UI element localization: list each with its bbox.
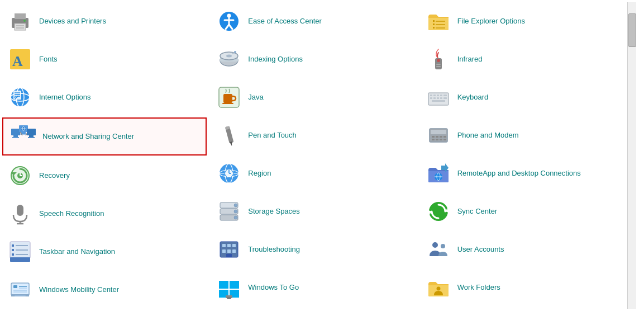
item-label-workfolders: Work Folders [457, 283, 500, 293]
item-label-network: Network and Sharing Center [42, 132, 134, 142]
svg-rect-119 [440, 97, 442, 99]
item-sync[interactable]: Sync Center [418, 192, 627, 230]
column-1: Devices and Printers A Fonts [0, 2, 209, 309]
item-infrared[interactable]: Infrared [418, 40, 627, 78]
svg-rect-42 [12, 249, 14, 251]
svg-rect-20 [21, 132, 26, 134]
svg-rect-18 [12, 137, 19, 138]
scrollbar[interactable] [627, 2, 636, 309]
svg-rect-24 [27, 129, 36, 135]
remote-icon [425, 160, 452, 187]
item-wintogo[interactable]: Windows To Go [209, 268, 418, 307]
item-label-devices-printers: Devices and Printers [39, 17, 106, 26]
svg-rect-89 [232, 244, 236, 247]
svg-rect-124 [432, 136, 435, 138]
svg-rect-67 [223, 94, 232, 103]
item-indexing[interactable]: Indexing Options [209, 40, 418, 78]
pen-icon [216, 122, 242, 149]
item-internet-options[interactable]: Internet Options [0, 78, 209, 116]
item-mobility[interactable]: Windows Mobility Center [0, 271, 209, 309]
item-pen[interactable]: Pen and Touch [209, 116, 418, 154]
item-speech[interactable]: Speech Recognition [0, 195, 209, 233]
svg-rect-125 [436, 136, 438, 138]
svg-rect-108 [436, 64, 441, 65]
indexing-icon [216, 46, 242, 73]
svg-rect-117 [433, 97, 436, 99]
java-icon [216, 84, 242, 111]
item-keyboard[interactable]: Keyboard [418, 78, 627, 116]
item-label-storage: Storage Spaces [248, 207, 300, 216]
item-label-mobility: Windows Mobility Center [39, 285, 119, 295]
svg-rect-48 [15, 295, 26, 296]
svg-rect-49 [13, 285, 17, 288]
item-label-fonts: Fonts [39, 55, 58, 64]
taskbar-icon [7, 238, 34, 265]
item-remote[interactable]: RemoteApp and Desktop Connections [418, 154, 627, 192]
svg-rect-90 [222, 249, 226, 253]
region-icon [216, 160, 242, 187]
svg-rect-99 [227, 298, 231, 299]
recovery-icon [7, 162, 34, 189]
storage-icon [216, 198, 242, 225]
scrollbar-thumb[interactable] [628, 13, 636, 47]
item-taskbar[interactable]: Taskbar and Navigation [0, 233, 209, 271]
svg-rect-87 [222, 244, 226, 247]
svg-point-138 [432, 242, 438, 248]
svg-rect-113 [437, 95, 439, 96]
item-label-phone: Phone and Modem [457, 131, 519, 140]
network-icon [10, 123, 37, 150]
item-phone[interactable]: Phone and Modem [418, 116, 627, 154]
speech-icon [7, 200, 34, 227]
item-label-indexing: Indexing Options [248, 55, 303, 64]
column-3: File Explorer Options Infrared [418, 2, 627, 309]
item-workfolders[interactable]: Work Folders [418, 268, 627, 307]
item-troubleshoot[interactable]: Troubleshooting [209, 230, 418, 268]
svg-rect-120 [443, 97, 447, 99]
item-devices-printers[interactable]: Devices and Printers [0, 2, 209, 40]
item-storage[interactable]: Storage Spaces [209, 192, 418, 230]
item-java[interactable]: Java [209, 78, 418, 116]
phone-icon [425, 122, 452, 149]
svg-point-139 [441, 244, 445, 248]
printer-icon [7, 8, 34, 35]
svg-rect-127 [443, 136, 446, 138]
svg-rect-4 [16, 27, 24, 29]
svg-point-65 [234, 51, 236, 53]
item-file-explorer[interactable]: File Explorer Options [418, 2, 627, 40]
item-label-recovery: Recovery [39, 171, 70, 181]
keyboard-icon [425, 84, 452, 111]
item-label-wintogo: Windows To Go [248, 283, 299, 293]
svg-rect-12 [13, 91, 21, 100]
item-label-region: Region [248, 169, 271, 178]
svg-rect-126 [440, 136, 442, 138]
svg-rect-16 [11, 129, 20, 135]
internet-icon [7, 84, 34, 111]
svg-text:A: A [12, 53, 23, 69]
item-network-sharing[interactable]: Network and Sharing Center [2, 117, 207, 156]
item-users[interactable]: User Accounts [418, 230, 627, 268]
svg-rect-109 [436, 66, 441, 67]
ease-icon [216, 8, 242, 35]
item-fonts[interactable]: A Fonts [0, 40, 209, 78]
item-label-internet: Internet Options [39, 93, 91, 102]
svg-rect-92 [232, 249, 236, 253]
item-label-taskbar: Taskbar and Navigation [39, 247, 115, 257]
item-label-infrared: Infrared [457, 55, 483, 64]
item-recovery[interactable]: Recovery [0, 157, 209, 195]
column-2: Ease of Access Center Indexing Options [209, 2, 418, 309]
svg-rect-123 [431, 130, 446, 134]
svg-rect-102 [433, 23, 435, 25]
item-label-java: Java [248, 93, 263, 102]
item-region[interactable]: Region [209, 154, 418, 192]
item-label-remote: RemoteApp and Desktop Connections [457, 169, 581, 178]
fonts-icon: A [7, 46, 34, 73]
svg-rect-131 [443, 139, 446, 140]
svg-rect-111 [430, 95, 432, 96]
svg-rect-17 [13, 135, 18, 137]
svg-point-140 [436, 287, 440, 291]
svg-rect-39 [10, 257, 30, 262]
item-ease[interactable]: Ease of Access Center [209, 2, 418, 40]
item-label-speech: Speech Recognition [39, 209, 104, 219]
svg-rect-115 [443, 95, 447, 96]
svg-point-63 [226, 55, 232, 58]
